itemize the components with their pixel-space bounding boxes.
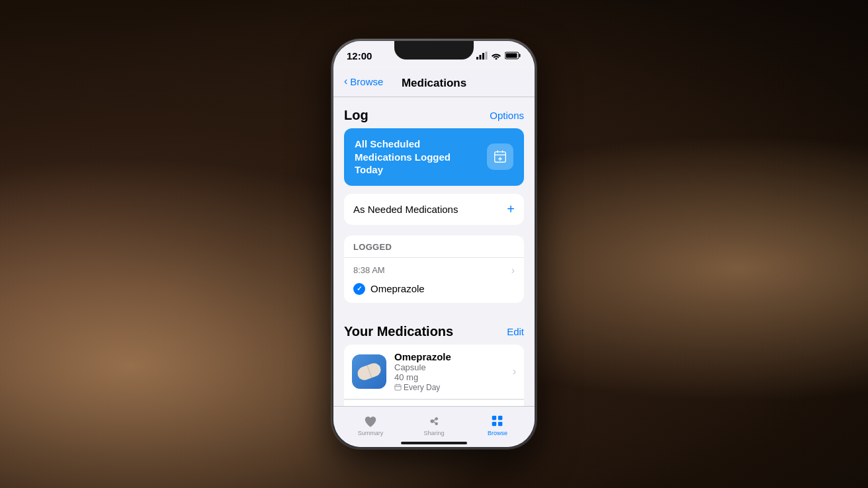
all-scheduled-card[interactable]: All Scheduled Medications Logged Today (344, 128, 524, 186)
svg-rect-12 (492, 415, 496, 419)
your-medications-title: Your Medications (344, 324, 453, 339)
phone-outer: 12:00 (331, 39, 537, 449)
as-needed-card: As Needed Medications + (344, 194, 524, 225)
as-needed-row[interactable]: As Needed Medications + (344, 194, 524, 225)
svg-rect-6 (506, 54, 517, 58)
log-title: Log (344, 108, 369, 123)
sharing-icon-container (426, 414, 442, 428)
svg-point-9 (431, 419, 435, 423)
medication-schedule: Every Day (394, 383, 505, 392)
status-time: 12:00 (347, 50, 372, 61)
status-icons (476, 52, 521, 60)
svg-rect-1 (480, 55, 482, 60)
all-scheduled-text: All Scheduled Medications Logged Today (355, 138, 479, 177)
home-indicator (333, 443, 535, 447)
phone-screen: 12:00 (333, 41, 535, 447)
heart-icon (363, 414, 378, 428)
svg-point-11 (435, 422, 438, 425)
heart-icon-container (363, 414, 378, 428)
calendar-small-icon (394, 384, 402, 391)
logged-medication-row[interactable]: Omeprazole (344, 280, 524, 303)
your-medications-header: Your Medications Edit (333, 313, 535, 345)
sharing-icon (427, 414, 441, 428)
medication-type: Capsule (394, 362, 505, 372)
edit-button[interactable]: Edit (507, 326, 524, 337)
phone-wrapper: 12:00 (331, 39, 537, 449)
as-needed-label: As Needed Medications (353, 204, 458, 215)
tab-browse[interactable]: Browse (466, 414, 529, 436)
wifi-icon (491, 52, 501, 60)
nav-bar: ‹ Browse Medications (333, 70, 535, 97)
logged-section: Logged 8:38 AM › Omeprazole (344, 235, 524, 303)
svg-point-10 (435, 417, 438, 421)
logged-time-label: 8:38 AM (353, 265, 385, 275)
add-medication-row[interactable]: Add Medication (344, 399, 524, 407)
medications-list: Omeprazole Capsule 40 mg Every Day (344, 345, 524, 407)
svg-rect-3 (486, 52, 488, 60)
tab-summary[interactable]: Summary (339, 414, 402, 436)
tab-sharing[interactable]: Sharing (402, 414, 466, 436)
svg-rect-5 (519, 54, 521, 58)
medication-dose: 40 mg (394, 372, 505, 382)
svg-rect-2 (482, 53, 484, 60)
svg-rect-14 (492, 421, 496, 425)
grid-icon (490, 414, 505, 428)
tab-bar: Summary Sharing (333, 406, 535, 443)
notch (394, 41, 474, 60)
signal-icon (476, 52, 488, 60)
back-chevron-icon: ‹ (344, 75, 347, 87)
as-needed-add-icon[interactable]: + (507, 202, 515, 217)
svg-rect-13 (498, 415, 502, 419)
medication-icon-omeprazole (352, 354, 386, 389)
options-button[interactable]: Options (490, 110, 524, 121)
medication-item-omeprazole[interactable]: Omeprazole Capsule 40 mg Every Day (344, 345, 524, 399)
grid-icon-container (490, 414, 505, 428)
status-bar: 12:00 (333, 41, 535, 70)
check-circle-icon (353, 283, 365, 295)
tab-sharing-label: Sharing (423, 430, 444, 436)
tab-browse-label: Browse (488, 430, 507, 436)
log-section-header: Log Options (333, 97, 535, 128)
logged-header-label: Logged (344, 235, 524, 258)
logged-item-left: Omeprazole (353, 283, 425, 295)
medication-info: Omeprazole Capsule 40 mg Every Day (394, 351, 505, 392)
svg-rect-15 (498, 421, 502, 425)
svg-rect-0 (476, 57, 478, 60)
medication-chevron-icon: › (513, 366, 516, 378)
logged-medication-name: Omeprazole (370, 283, 425, 294)
home-bar (401, 442, 467, 444)
svg-rect-8 (395, 385, 401, 390)
medication-name: Omeprazole (394, 351, 505, 362)
calendar-plus-icon (493, 149, 507, 164)
logged-time-row: 8:38 AM › (344, 258, 524, 280)
tab-summary-label: Summary (358, 430, 384, 436)
pill-image (356, 361, 383, 382)
logged-chevron-icon: › (511, 264, 515, 276)
medication-schedule-text: Every Day (404, 383, 440, 392)
battery-icon (505, 52, 521, 60)
calendar-plus-icon-container (487, 143, 513, 170)
back-label[interactable]: Browse (350, 76, 383, 87)
main-content: Log Options All Scheduled Medications Lo… (333, 97, 535, 406)
